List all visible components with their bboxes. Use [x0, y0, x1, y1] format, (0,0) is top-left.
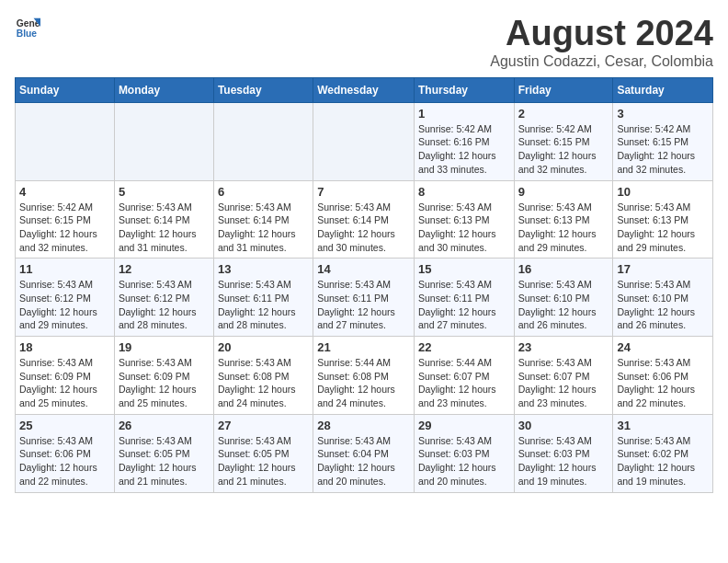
day-info: Sunrise: 5:43 AM Sunset: 6:08 PM Dayligh…: [218, 356, 309, 410]
day-number: 2: [518, 107, 609, 121]
day-number: 29: [418, 419, 510, 432]
title-area: August 2024 Agustin Codazzi, Cesar, Colo…: [490, 15, 713, 70]
calendar-cell: [213, 102, 313, 180]
calendar-cell: 26Sunrise: 5:43 AM Sunset: 6:05 PM Dayli…: [114, 414, 213, 492]
day-number: 13: [218, 262, 309, 276]
calendar-cell: 1Sunrise: 5:42 AM Sunset: 6:16 PM Daylig…: [414, 102, 514, 180]
calendar-day-header: Monday: [114, 77, 213, 102]
day-info: Sunrise: 5:44 AM Sunset: 6:08 PM Dayligh…: [317, 356, 410, 410]
calendar-cell: 2Sunrise: 5:42 AM Sunset: 6:15 PM Daylig…: [514, 102, 613, 180]
day-info: Sunrise: 5:43 AM Sunset: 6:07 PM Dayligh…: [518, 356, 609, 410]
day-info: Sunrise: 5:44 AM Sunset: 6:07 PM Dayligh…: [418, 356, 510, 410]
calendar-week-row: 18Sunrise: 5:43 AM Sunset: 6:09 PM Dayli…: [16, 337, 713, 415]
calendar-cell: 8Sunrise: 5:43 AM Sunset: 6:13 PM Daylig…: [414, 180, 514, 259]
calendar-cell: 21Sunrise: 5:44 AM Sunset: 6:08 PM Dayli…: [313, 337, 415, 415]
day-number: 9: [518, 185, 609, 199]
calendar-cell: 28Sunrise: 5:43 AM Sunset: 6:04 PM Dayli…: [313, 414, 415, 492]
day-number: 24: [617, 340, 709, 354]
calendar-day-header: Wednesday: [313, 77, 415, 102]
day-number: 17: [617, 262, 709, 276]
day-info: Sunrise: 5:43 AM Sunset: 6:12 PM Dayligh…: [19, 278, 110, 332]
calendar-week-row: 25Sunrise: 5:43 AM Sunset: 6:06 PM Dayli…: [16, 414, 713, 492]
day-info: Sunrise: 5:43 AM Sunset: 6:10 PM Dayligh…: [617, 278, 709, 332]
calendar-cell: 31Sunrise: 5:43 AM Sunset: 6:02 PM Dayli…: [613, 414, 713, 492]
calendar-cell: 22Sunrise: 5:44 AM Sunset: 6:07 PM Dayli…: [414, 337, 514, 415]
calendar-cell: 25Sunrise: 5:43 AM Sunset: 6:06 PM Dayli…: [16, 414, 115, 492]
subtitle: Agustin Codazzi, Cesar, Colombia: [490, 53, 713, 70]
calendar-cell: 27Sunrise: 5:43 AM Sunset: 6:05 PM Dayli…: [213, 414, 313, 492]
calendar-cell: 15Sunrise: 5:43 AM Sunset: 6:11 PM Dayli…: [414, 259, 514, 337]
day-number: 27: [218, 419, 309, 432]
day-info: Sunrise: 5:43 AM Sunset: 6:09 PM Dayligh…: [19, 356, 110, 410]
day-info: Sunrise: 5:43 AM Sunset: 6:13 PM Dayligh…: [418, 201, 510, 255]
day-number: 10: [617, 185, 709, 199]
header: General Blue August 2024 Agustin Codazzi…: [15, 15, 713, 70]
day-info: Sunrise: 5:43 AM Sunset: 6:02 PM Dayligh…: [617, 434, 709, 488]
calendar-cell: 29Sunrise: 5:43 AM Sunset: 6:03 PM Dayli…: [414, 414, 514, 492]
calendar-week-row: 1Sunrise: 5:42 AM Sunset: 6:16 PM Daylig…: [16, 102, 713, 180]
day-info: Sunrise: 5:42 AM Sunset: 6:16 PM Dayligh…: [418, 122, 510, 177]
day-info: Sunrise: 5:42 AM Sunset: 6:15 PM Dayligh…: [617, 122, 709, 177]
calendar-cell: [313, 102, 415, 180]
calendar-cell: 19Sunrise: 5:43 AM Sunset: 6:09 PM Dayli…: [114, 337, 213, 415]
day-info: Sunrise: 5:43 AM Sunset: 6:14 PM Dayligh…: [218, 201, 309, 255]
day-info: Sunrise: 5:43 AM Sunset: 6:12 PM Dayligh…: [119, 278, 210, 332]
day-info: Sunrise: 5:43 AM Sunset: 6:06 PM Dayligh…: [19, 434, 110, 488]
calendar-cell: 9Sunrise: 5:43 AM Sunset: 6:13 PM Daylig…: [514, 180, 613, 259]
calendar-cell: 14Sunrise: 5:43 AM Sunset: 6:11 PM Dayli…: [313, 259, 415, 337]
calendar-day-header: Tuesday: [213, 77, 313, 102]
day-info: Sunrise: 5:43 AM Sunset: 6:11 PM Dayligh…: [218, 278, 309, 332]
day-info: Sunrise: 5:43 AM Sunset: 6:11 PM Dayligh…: [317, 278, 410, 332]
calendar-cell: 24Sunrise: 5:43 AM Sunset: 6:06 PM Dayli…: [613, 337, 713, 415]
day-number: 15: [418, 262, 510, 276]
day-info: Sunrise: 5:43 AM Sunset: 6:03 PM Dayligh…: [518, 434, 609, 488]
day-number: 11: [19, 262, 110, 276]
logo-icon: General Blue: [15, 15, 40, 40]
day-number: 18: [19, 340, 110, 354]
calendar-cell: 6Sunrise: 5:43 AM Sunset: 6:14 PM Daylig…: [213, 180, 313, 259]
main-title: August 2024: [490, 15, 713, 53]
day-info: Sunrise: 5:43 AM Sunset: 6:06 PM Dayligh…: [617, 356, 709, 410]
calendar-week-row: 4Sunrise: 5:42 AM Sunset: 6:15 PM Daylig…: [16, 180, 713, 259]
day-number: 16: [518, 262, 609, 276]
day-info: Sunrise: 5:43 AM Sunset: 6:14 PM Dayligh…: [119, 201, 210, 255]
calendar-cell: 30Sunrise: 5:43 AM Sunset: 6:03 PM Dayli…: [514, 414, 613, 492]
day-number: 3: [617, 107, 709, 121]
day-number: 31: [617, 419, 709, 432]
day-info: Sunrise: 5:43 AM Sunset: 6:03 PM Dayligh…: [418, 434, 510, 488]
day-info: Sunrise: 5:42 AM Sunset: 6:15 PM Dayligh…: [518, 122, 609, 177]
day-number: 28: [317, 419, 410, 432]
calendar-cell: 7Sunrise: 5:43 AM Sunset: 6:14 PM Daylig…: [313, 180, 415, 259]
day-number: 8: [418, 185, 510, 199]
calendar-cell: 13Sunrise: 5:43 AM Sunset: 6:11 PM Dayli…: [213, 259, 313, 337]
calendar-cell: 3Sunrise: 5:42 AM Sunset: 6:15 PM Daylig…: [613, 102, 713, 180]
day-info: Sunrise: 5:42 AM Sunset: 6:15 PM Dayligh…: [19, 201, 110, 255]
logo: General Blue: [15, 15, 40, 40]
day-number: 30: [518, 419, 609, 432]
calendar-cell: 18Sunrise: 5:43 AM Sunset: 6:09 PM Dayli…: [16, 337, 115, 415]
day-number: 4: [19, 185, 110, 199]
day-number: 26: [119, 419, 210, 432]
calendar-cell: [16, 102, 115, 180]
day-info: Sunrise: 5:43 AM Sunset: 6:05 PM Dayligh…: [218, 434, 309, 488]
day-info: Sunrise: 5:43 AM Sunset: 6:05 PM Dayligh…: [119, 434, 210, 488]
day-info: Sunrise: 5:43 AM Sunset: 6:09 PM Dayligh…: [119, 356, 210, 410]
day-number: 12: [119, 262, 210, 276]
calendar-cell: 12Sunrise: 5:43 AM Sunset: 6:12 PM Dayli…: [114, 259, 213, 337]
calendar-day-header: Saturday: [613, 77, 713, 102]
calendar-day-header: Friday: [514, 77, 613, 102]
day-number: 7: [317, 185, 410, 199]
day-number: 20: [218, 340, 309, 354]
day-info: Sunrise: 5:43 AM Sunset: 6:13 PM Dayligh…: [617, 201, 709, 255]
calendar-day-header: Sunday: [16, 77, 115, 102]
calendar-header-row: SundayMondayTuesdayWednesdayThursdayFrid…: [16, 77, 713, 102]
day-number: 22: [418, 340, 510, 354]
day-number: 1: [418, 107, 510, 121]
calendar-cell: 20Sunrise: 5:43 AM Sunset: 6:08 PM Dayli…: [213, 337, 313, 415]
svg-text:Blue: Blue: [17, 29, 38, 39]
day-info: Sunrise: 5:43 AM Sunset: 6:11 PM Dayligh…: [418, 278, 510, 332]
calendar-cell: 5Sunrise: 5:43 AM Sunset: 6:14 PM Daylig…: [114, 180, 213, 259]
day-info: Sunrise: 5:43 AM Sunset: 6:13 PM Dayligh…: [518, 201, 609, 255]
calendar-cell: 16Sunrise: 5:43 AM Sunset: 6:10 PM Dayli…: [514, 259, 613, 337]
calendar-cell: 10Sunrise: 5:43 AM Sunset: 6:13 PM Dayli…: [613, 180, 713, 259]
